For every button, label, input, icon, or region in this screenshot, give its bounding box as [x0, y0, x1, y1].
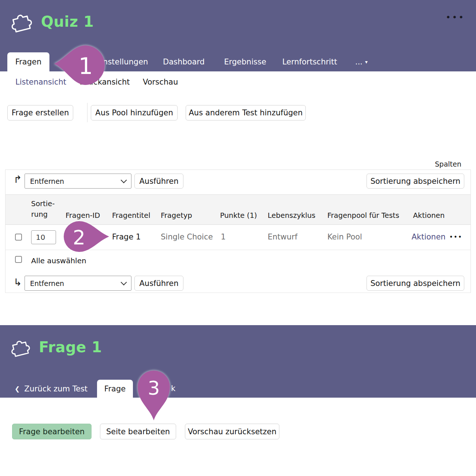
column-aktionen: Aktionen: [413, 211, 445, 220]
cell-fragetyp: Single Choice: [161, 233, 213, 241]
subnav-vorschau[interactable]: Vorschau: [143, 78, 178, 86]
cell-fragenpool: Kein Pool: [327, 233, 362, 241]
tab-einstellungen[interactable]: Einstellungen: [96, 52, 148, 71]
column-fragen-id[interactable]: Fragen-ID: [66, 211, 100, 220]
select-all-row: Alle auswählen: [5, 250, 471, 271]
partially-hidden-tab[interactable]: k: [171, 380, 175, 398]
chevron-left-icon: ❮: [15, 385, 20, 393]
quiz-brand: Quiz 1: [10, 9, 94, 34]
tab-fragen-label: Fragen: [15, 57, 42, 66]
quiz-header-banner: Quiz 1 ••• Fragen Einstellungen Dashboar…: [0, 0, 476, 71]
tab-dashboard[interactable]: Dashboard: [163, 52, 205, 71]
apply-above-arrow-icon: ↱: [14, 174, 22, 184]
back-to-test-link[interactable]: ❮ Zurück zum Test: [15, 380, 88, 398]
column-sortierung[interactable]: Sortie-rung: [31, 198, 57, 220]
sort-order-input[interactable]: [31, 230, 56, 244]
frage-erstellen-button[interactable]: Frage erstellen: [7, 105, 73, 120]
aktionen-kebab-icon[interactable]: •••: [449, 233, 462, 241]
bulk-action-value: Entfernen: [30, 177, 64, 185]
seite-bearbeiten-button[interactable]: Seite bearbeiten: [100, 424, 176, 439]
bulk-action-select-top[interactable]: Entfernen: [25, 174, 131, 189]
column-lebenszyklus[interactable]: Lebenszyklus: [268, 211, 315, 220]
bulk-action-value: Entfernen: [30, 279, 64, 287]
subnav-listenansicht[interactable]: Listenansicht: [15, 78, 66, 86]
puzzle-icon: [10, 9, 34, 34]
kebab-menu-icon[interactable]: •••: [446, 12, 465, 22]
row-checkbox[interactable]: [15, 234, 22, 241]
column-fragenpool[interactable]: Fragenpool für Tests: [327, 211, 399, 220]
tab-fragen[interactable]: Fragen: [7, 52, 49, 71]
toolbar-divider: [87, 103, 88, 122]
tab-frage-label: Frage: [104, 384, 126, 393]
ausfuehren-button-bottom[interactable]: Ausführen: [134, 276, 183, 291]
subnav-druckansicht[interactable]: Druckansicht: [79, 78, 130, 86]
tab-frage[interactable]: Frage: [97, 380, 133, 398]
chevron-down-icon: [121, 279, 127, 286]
column-fragetyp[interactable]: Fragetyp: [161, 211, 192, 220]
frage-brand: Frage 1: [10, 335, 102, 359]
table-row: Frage 1 Single Choice 1 Entwurf Kein Poo…: [5, 225, 471, 250]
bulk-action-select-bottom[interactable]: Entfernen: [25, 276, 131, 291]
table-header-row: Sortie-rung Fragen-ID Fragentitel Fraget…: [5, 194, 471, 225]
frage-bearbeiten-button[interactable]: Frage bearbeiten: [12, 424, 92, 439]
sortierung-abspeichern-button-bottom[interactable]: Sortierung abspeichern: [367, 276, 464, 291]
tab-ergebnisse[interactable]: Ergebnisse: [224, 52, 266, 71]
page-title: Quiz 1: [41, 13, 94, 30]
question-table: ↱ Entfernen Ausführen Sortierung abspeic…: [5, 170, 471, 293]
cell-fragentitel[interactable]: Frage 1: [112, 233, 141, 241]
aus-anderem-test-button[interactable]: Aus anderem Test hinzufügen: [186, 105, 306, 120]
cell-aktionen: Aktionen •••: [412, 233, 462, 241]
column-punkte[interactable]: Punkte (1): [220, 211, 257, 220]
chevron-down-icon: [121, 177, 127, 183]
aktionen-link[interactable]: Aktionen: [412, 233, 446, 241]
spalten-link[interactable]: Spalten: [435, 160, 461, 168]
select-all-checkbox[interactable]: [15, 256, 22, 263]
puzzle-icon: [10, 335, 31, 359]
back-to-test-label: Zurück zum Test: [24, 384, 88, 393]
page: Quiz 1 ••• Fragen Einstellungen Dashboar…: [0, 0, 476, 476]
tab-more[interactable]: ... ▾: [355, 52, 368, 71]
ausfuehren-button-top[interactable]: Ausführen: [134, 174, 183, 189]
vorschau-zuruecksetzen-button[interactable]: Vorschau zurücksetzen: [185, 424, 279, 439]
cell-punkte: 1: [221, 233, 226, 241]
sortierung-abspeichern-button-top[interactable]: Sortierung abspeichern: [367, 174, 464, 189]
chevron-down-icon: ▾: [365, 52, 368, 71]
select-all-label: Alle auswählen: [31, 256, 86, 265]
tab-more-label: ...: [355, 52, 362, 71]
apply-below-arrow-icon: ↳: [14, 277, 22, 287]
column-fragentitel[interactable]: Fragentitel: [112, 211, 150, 220]
cell-lebenszyklus: Entwurf: [268, 233, 297, 241]
tab-lernfortschritt[interactable]: Lernfortschritt: [282, 52, 337, 71]
page-title: Frage 1: [39, 339, 102, 356]
aus-pool-hinzufuegen-button[interactable]: Aus Pool hinzufügen: [91, 105, 178, 120]
